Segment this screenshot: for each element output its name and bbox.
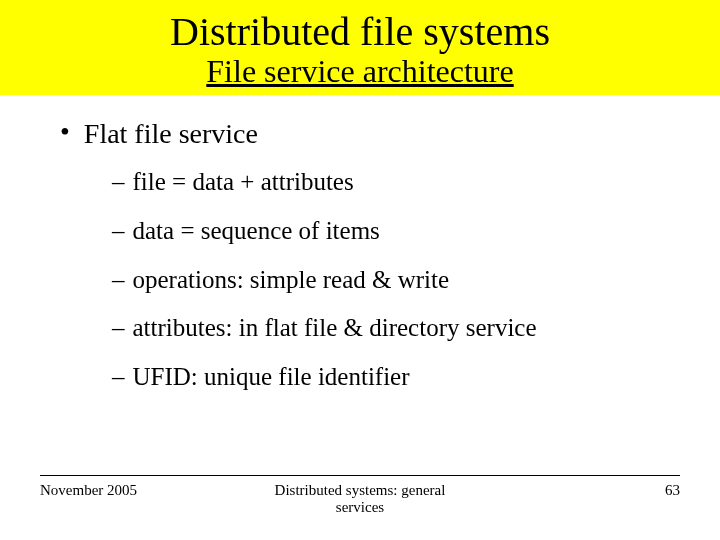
footer-divider xyxy=(40,475,680,476)
bullet-dot-icon: • xyxy=(60,118,70,146)
dash-item: – attributes: in flat file & directory s… xyxy=(40,314,680,343)
dash-text: file = data + attributes xyxy=(133,168,354,197)
dash-icon: – xyxy=(112,314,125,343)
footer-date: November 2005 xyxy=(40,482,253,516)
dash-item: – UFID: unique file identifier xyxy=(40,363,680,392)
bullet-text: Flat file service xyxy=(84,118,258,150)
dash-icon: – xyxy=(112,217,125,246)
dash-item: – operations: simple read & write xyxy=(40,266,680,295)
bullet-item: • Flat file service xyxy=(40,118,680,150)
dash-icon: – xyxy=(112,266,125,295)
footer-row: November 2005 Distributed systems: gener… xyxy=(40,482,680,516)
slide-title: Distributed file systems xyxy=(0,10,720,54)
title-block: Distributed file systems File service ar… xyxy=(0,0,720,95)
slide: Distributed file systems File service ar… xyxy=(0,0,720,540)
dash-text: operations: simple read & write xyxy=(133,266,450,295)
slide-footer: November 2005 Distributed systems: gener… xyxy=(0,475,720,516)
dash-item: – data = sequence of items xyxy=(40,217,680,246)
dash-icon: – xyxy=(112,363,125,392)
dash-item: – file = data + attributes xyxy=(40,168,680,197)
slide-body: • Flat file service – file = data + attr… xyxy=(0,118,720,412)
footer-title: Distributed systems: general services xyxy=(253,482,466,516)
dash-text: UFID: unique file identifier xyxy=(133,363,410,392)
dash-text: attributes: in flat file & directory ser… xyxy=(133,314,537,343)
footer-page-number: 63 xyxy=(467,482,680,516)
dash-text: data = sequence of items xyxy=(133,217,380,246)
dash-icon: – xyxy=(112,168,125,197)
slide-subtitle: File service architecture xyxy=(0,54,720,91)
